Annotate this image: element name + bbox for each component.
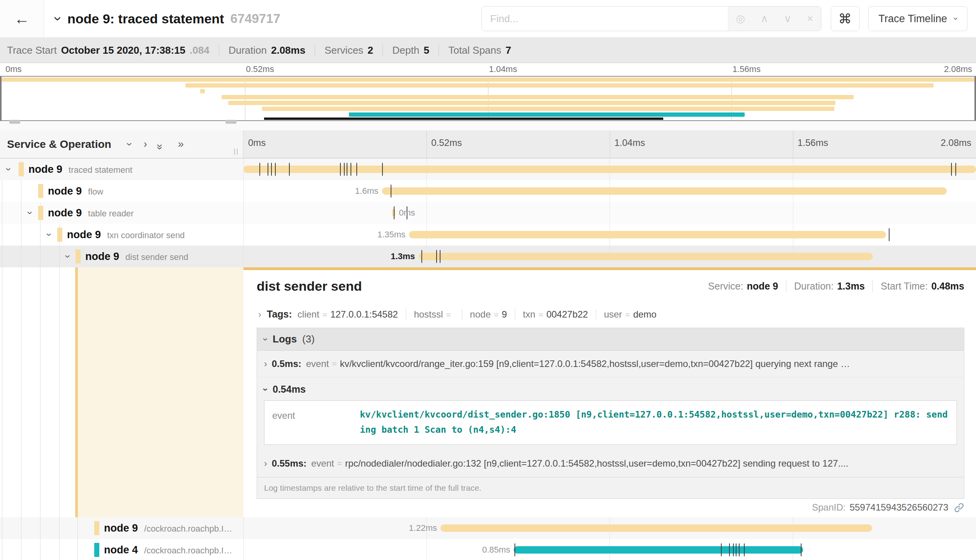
span-color-bar: [94, 521, 99, 535]
log-field-value: kv/kvclient/kvcoord/dist_sender.go:1850 …: [360, 407, 949, 437]
collapse-trace-chevron-icon[interactable]: ›: [56, 11, 60, 27]
minimap-span-row: [2, 94, 974, 100]
chevron-down-icon: ›: [950, 17, 960, 20]
divider: [872, 281, 873, 292]
trace-summary-bar: Trace Start October 15 2020, 17:38:15.08…: [0, 38, 976, 63]
clear-search-icon[interactable]: ×: [807, 14, 813, 24]
tag-key: node: [470, 309, 491, 320]
log-marker-tick: [729, 544, 730, 556]
keyboard-shortcuts-button[interactable]: ⌘: [831, 6, 860, 31]
log-entry[interactable]: › 0.5ms: event = kv/kvclient/kvcoord/ran…: [257, 351, 964, 377]
minimap-scroll-indicator[interactable]: [264, 118, 663, 120]
collapse-one-icon[interactable]: ›: [124, 142, 135, 146]
locate-icon[interactable]: ◎: [736, 14, 745, 24]
start-time-value: 0.48ms: [931, 281, 964, 292]
find-input[interactable]: [482, 7, 728, 31]
operation-name: /cockroach.roachpb.I…: [144, 524, 232, 534]
span-detail-title: dist sender send: [257, 279, 362, 294]
back-button[interactable]: ←: [0, 0, 44, 37]
log-entry-detail-table: event kv/kvclient/kvcoord/dist_sender.go…: [264, 400, 957, 445]
prev-result-icon[interactable]: ∧: [761, 14, 768, 24]
chevron-right-icon: ›: [264, 359, 267, 369]
span-name-cell[interactable]: ›node 9txn coordinator send: [0, 224, 243, 246]
span-duration-bar[interactable]: [514, 546, 803, 554]
chevron-right-icon: ›: [258, 309, 261, 320]
trace-duration: Duration 2.08ms: [229, 44, 305, 56]
span-duration-label: 1.35ms: [374, 230, 409, 240]
expand-all-icon[interactable]: »: [178, 139, 184, 149]
minimap-span-row: [2, 88, 974, 94]
spacer: [0, 121, 976, 130]
span-name-cell[interactable]: ›node 9table reader: [0, 202, 243, 224]
span-row[interactable]: ›node 9table reader0ms: [0, 202, 976, 224]
logs-header[interactable]: › Logs (3): [257, 328, 964, 351]
span-duration-bar[interactable]: [419, 253, 873, 260]
chevron-down-icon[interactable]: ›: [66, 251, 69, 262]
trace-start-label: Trace Start: [7, 44, 57, 56]
divider: [786, 281, 786, 292]
minimap-span-row: [2, 77, 974, 83]
minimap-scrubber-handle[interactable]: [226, 120, 236, 124]
back-arrow-icon: ←: [14, 10, 30, 28]
span-color-bar: [94, 543, 99, 557]
span-row[interactable]: node 9flow1.6ms: [0, 180, 976, 202]
log-entry-expanded-header[interactable]: › 0.54ms: [257, 377, 964, 400]
span-row[interactable]: ›node 9txn coordinator send1.35ms: [0, 224, 976, 246]
chevron-down-icon[interactable]: ›: [7, 164, 10, 175]
span-color-bar: [57, 228, 62, 242]
divider: [515, 309, 515, 319]
service-name: node 9: [67, 229, 101, 241]
span-duration-bar[interactable]: [440, 525, 872, 532]
chevron-down-icon[interactable]: ›: [48, 229, 51, 241]
find-group: ◎ ∧ ∨ ×: [481, 6, 821, 31]
minimap-scrubber-handle[interactable]: [9, 120, 20, 124]
duration-value: 1.3ms: [837, 281, 865, 292]
log-marker-tick: [289, 163, 290, 176]
start-time-label: Start Time:: [881, 281, 928, 292]
minimap-span-bar: [222, 95, 854, 99]
span-name-cell[interactable]: node 9/cockroach.roachpb.I…: [0, 517, 243, 539]
span-row[interactable]: ›node 9dist sender send1.3ms: [0, 246, 976, 267]
tick-label: 1.56ms: [733, 64, 761, 74]
ruler-gridline: [610, 130, 610, 158]
chevron-down-icon[interactable]: ›: [28, 207, 32, 219]
span-name-cell[interactable]: ›node 9dist sender send: [0, 246, 243, 267]
tags-accordion[interactable]: › Tags: client=127.0.0.1:54582hostssl=no…: [257, 301, 964, 326]
log-marker-tick: [440, 250, 440, 263]
span-name: node 9/cockroach.roachpb.I…: [104, 522, 232, 534]
view-selector-button[interactable]: Trace Timeline ›: [868, 6, 967, 31]
span-name: node 9dist sender send: [85, 251, 188, 263]
span-name-cell[interactable]: ›node 9traced statement: [0, 158, 243, 180]
span-row[interactable]: node 9/cockroach.roachpb.I…1.22ms: [0, 517, 976, 539]
span-duration-bar[interactable]: [382, 188, 947, 195]
link-icon[interactable]: [954, 502, 964, 513]
span-id-value: 5597415943526560273: [849, 502, 948, 513]
service-operation-header: Service & Operation › › » »: [0, 130, 243, 158]
column-resizer[interactable]: [234, 149, 238, 155]
tag-key: client: [298, 309, 319, 320]
span-name-cell[interactable]: node 4/cockroach.roachpb.I…: [0, 539, 243, 560]
ruler-tick-label: 0ms: [248, 137, 266, 148]
operation-name: txn coordinator send: [107, 230, 185, 240]
log-entry[interactable]: › 0.55ms: event = rpc/nodedialer/nodedia…: [257, 450, 964, 477]
span-duration-bar[interactable]: [409, 231, 886, 239]
services-value: 2: [368, 44, 373, 56]
minimap-span-bar: [262, 107, 834, 111]
trace-minimap[interactable]: [0, 76, 976, 121]
log-field-key: event: [306, 358, 329, 369]
divider: [406, 309, 406, 319]
span-color-bar: [19, 162, 24, 176]
next-result-icon[interactable]: ∨: [784, 14, 791, 24]
operation-name: /cockroach.roachpb.I…: [144, 546, 232, 555]
span-row[interactable]: node 4/cockroach.roachpb.I…0.85ms: [0, 539, 976, 560]
span-duration-bar[interactable]: [243, 166, 976, 173]
collapse-all-icon[interactable]: »: [155, 144, 165, 144]
ruler-gridline: [426, 130, 427, 158]
view-selector-label: Trace Timeline: [879, 13, 947, 25]
tag-key: hostssl: [414, 309, 443, 320]
span-name-cell[interactable]: node 9flow: [0, 180, 243, 202]
chevron-down-icon: ›: [260, 338, 271, 341]
span-duration-label: 1.6ms: [352, 186, 382, 196]
expand-one-icon[interactable]: ›: [144, 139, 147, 149]
span-row[interactable]: ›node 9traced statement: [0, 158, 976, 180]
